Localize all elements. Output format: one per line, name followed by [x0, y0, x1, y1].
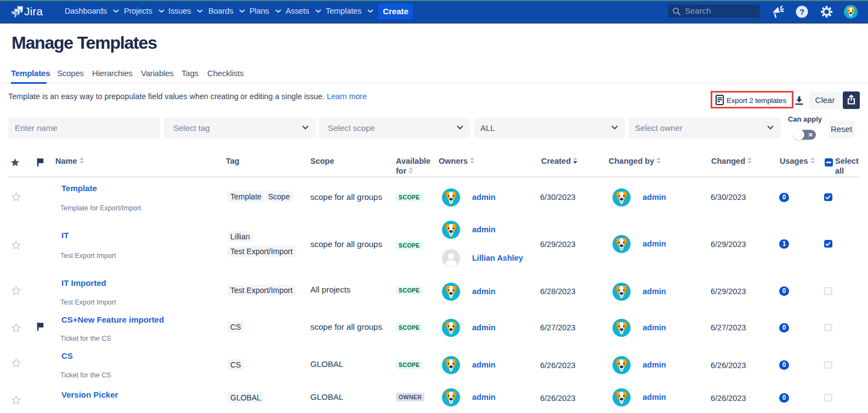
svg-text:?: ? — [799, 7, 804, 16]
